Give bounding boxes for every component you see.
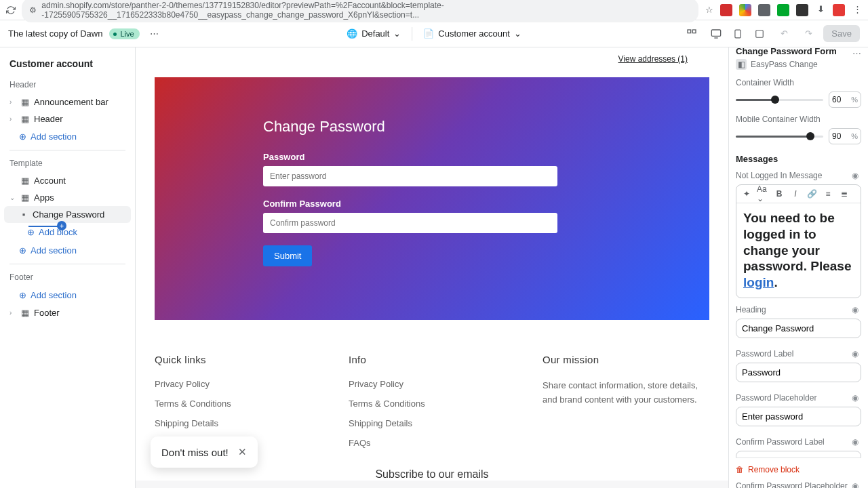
remove-block-button[interactable]: 🗑 Remove block: [736, 458, 861, 481]
submit-button[interactable]: Submit: [263, 245, 312, 266]
url-text: admin.shopify.com/store/panther-2-0/them…: [41, 1, 692, 20]
change-password-block[interactable]: Change Password Password Confirm Passwor…: [155, 77, 709, 320]
ext-icon[interactable]: [720, 4, 732, 16]
section-icon: ▦: [20, 308, 30, 318]
footer-link[interactable]: Shipping Details: [349, 418, 515, 428]
footer-link[interactable]: Privacy Policy: [349, 379, 515, 389]
tree-item-announcement[interactable]: › ▦ Announcement bar: [0, 94, 135, 110]
desktop-icon[interactable]: [707, 24, 726, 43]
chevron-right-icon: ›: [9, 309, 16, 317]
svg-rect-4: [735, 30, 741, 38]
tree-item-account[interactable]: › ▦ Account: [0, 172, 135, 189]
footer-link[interactable]: Privacy Policy: [155, 379, 321, 389]
more-icon[interactable]: ⋮: [852, 4, 863, 15]
toast-text: Don't miss out!: [161, 447, 229, 458]
footer-link[interactable]: Terms & Conditions: [155, 399, 321, 409]
ext-icon[interactable]: [796, 4, 808, 16]
ordered-list-button[interactable]: ≣: [838, 188, 850, 200]
divider: [9, 264, 125, 264]
ext-icon[interactable]: [833, 4, 845, 16]
ai-icon[interactable]: ✦: [741, 188, 753, 200]
chevron-down-icon: ⌄: [514, 28, 521, 39]
tree-item-header[interactable]: › ▦ Header: [0, 110, 135, 127]
setting-label: Container Width: [736, 78, 861, 87]
rte-content[interactable]: You need to be logged in to change your …: [736, 203, 861, 298]
footer-link[interactable]: FAQs: [349, 438, 515, 448]
more-icon[interactable]: ⋯: [852, 48, 861, 58]
dynamic-source-icon[interactable]: ◉: [852, 305, 861, 314]
dynamic-source-icon[interactable]: ◉: [852, 437, 861, 447]
dynamic-source-icon[interactable]: ◉: [852, 171, 861, 180]
mobile-width-slider[interactable]: [736, 136, 823, 138]
password-label-input[interactable]: [736, 363, 861, 382]
url-bar[interactable]: ⚙ admin.shopify.com/store/panther-2-0/th…: [22, 0, 698, 22]
confirm-password-input[interactable]: [263, 213, 557, 233]
extensions: ⬇ ⋮: [720, 4, 863, 16]
link-button[interactable]: 🔗: [806, 188, 818, 200]
dynamic-source-icon[interactable]: ◉: [852, 481, 861, 488]
sections-sidebar: Customer account Header › ▦ Announcement…: [0, 47, 136, 488]
insert-block-button[interactable]: +: [57, 221, 66, 230]
setting-label: Mobile Container Width: [736, 115, 861, 124]
plus-circle-icon: ⊕: [19, 290, 26, 300]
ext-icon[interactable]: [758, 4, 770, 16]
setting-label: Heading◉: [736, 305, 861, 314]
password-label: Password: [263, 152, 304, 162]
settings-sidebar: Change Password Form ⋯ ◧ EasyPass Change…: [728, 47, 868, 488]
download-icon[interactable]: ⬇: [815, 4, 826, 15]
footer-link[interactable]: Shipping Details: [155, 418, 321, 428]
inspector-icon[interactable]: [682, 24, 701, 43]
section-icon: ▦: [20, 176, 30, 186]
container-width-value[interactable]: 60%: [829, 92, 861, 108]
setting-label: Password Placeholder◉: [736, 393, 861, 403]
container-width-slider[interactable]: [736, 99, 823, 101]
mobile-width-value[interactable]: 90%: [829, 128, 861, 144]
chevron-right-icon: ›: [9, 98, 16, 106]
bold-button[interactable]: B: [773, 188, 785, 200]
page-selector[interactable]: 📄 Customer account ⌄: [423, 28, 521, 39]
password-placeholder-input[interactable]: [736, 407, 861, 426]
ext-icon[interactable]: [777, 4, 789, 16]
redo-button[interactable]: ↷: [799, 24, 818, 43]
tree-item-footer[interactable]: › ▦ Footer: [0, 304, 135, 321]
paragraph-style-button[interactable]: Aa ⌄: [757, 188, 769, 200]
rich-text-editor[interactable]: ✦ Aa ⌄ B I 🔗 ≡ ≣ You need to be logged i…: [736, 184, 861, 298]
setting-label: Password Label◉: [736, 349, 861, 359]
heading-input[interactable]: [736, 319, 861, 338]
footer-link[interactable]: Terms & Conditions: [349, 399, 515, 409]
template-selector[interactable]: 🌐 Default ⌄: [347, 28, 401, 39]
mission-text: Share contact information, store details…: [542, 379, 709, 407]
close-icon[interactable]: ✕: [238, 446, 247, 458]
block-icon: ▪: [19, 210, 28, 220]
plus-circle-icon: ⊕: [27, 227, 35, 237]
fullscreen-icon[interactable]: [750, 24, 769, 43]
add-section-button[interactable]: ⊕ Add section: [0, 127, 135, 146]
tree-item-apps[interactable]: ⌄ ▦ Apps: [0, 189, 135, 206]
chevron-right-icon: ›: [9, 115, 16, 123]
add-section-button[interactable]: ⊕ Add section: [0, 241, 135, 260]
block-title: Change Password Form: [736, 47, 837, 59]
page-title: Customer account: [0, 54, 135, 76]
live-badge: Live: [109, 28, 139, 39]
dynamic-source-icon[interactable]: ◉: [852, 349, 861, 359]
more-actions-button[interactable]: ⋯: [146, 26, 163, 42]
password-input[interactable]: [263, 166, 557, 186]
tree-item-change-password[interactable]: ▪ Change Password +: [4, 206, 131, 223]
mobile-icon[interactable]: [728, 24, 747, 43]
section-label-footer: Footer: [0, 268, 135, 286]
bullet-list-button[interactable]: ≡: [822, 188, 834, 200]
add-section-button[interactable]: ⊕ Add section: [0, 286, 135, 304]
dynamic-source-icon[interactable]: ◉: [852, 393, 861, 403]
toast: Don't miss out! ✕: [151, 436, 258, 468]
footer-col-title: Our mission: [542, 354, 709, 365]
footer-col-title: Quick links: [155, 354, 321, 365]
add-block-button[interactable]: ⊕ Add block: [0, 223, 135, 241]
ext-icon[interactable]: [739, 4, 751, 16]
reload-icon[interactable]: [5, 5, 16, 16]
undo-button[interactable]: ↶: [774, 24, 793, 43]
view-addresses-link[interactable]: View addresses (1): [136, 47, 728, 70]
section-label-header: Header: [0, 76, 135, 94]
star-icon[interactable]: ☆: [704, 5, 715, 16]
italic-button[interactable]: I: [789, 188, 802, 200]
setting-label: Confirm Password Label◉: [736, 437, 861, 447]
